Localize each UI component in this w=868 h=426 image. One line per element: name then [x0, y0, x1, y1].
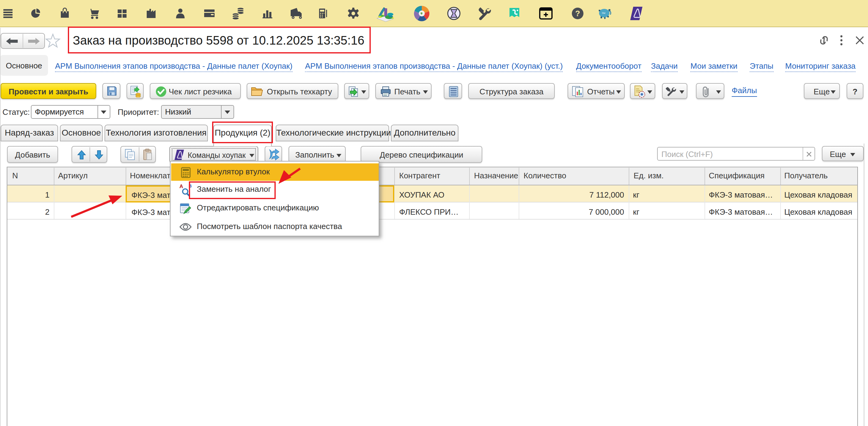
svg-text:А: А — [179, 184, 183, 189]
svg-text:?: ? — [575, 9, 580, 18]
svg-text:сы: сы — [602, 11, 606, 14]
